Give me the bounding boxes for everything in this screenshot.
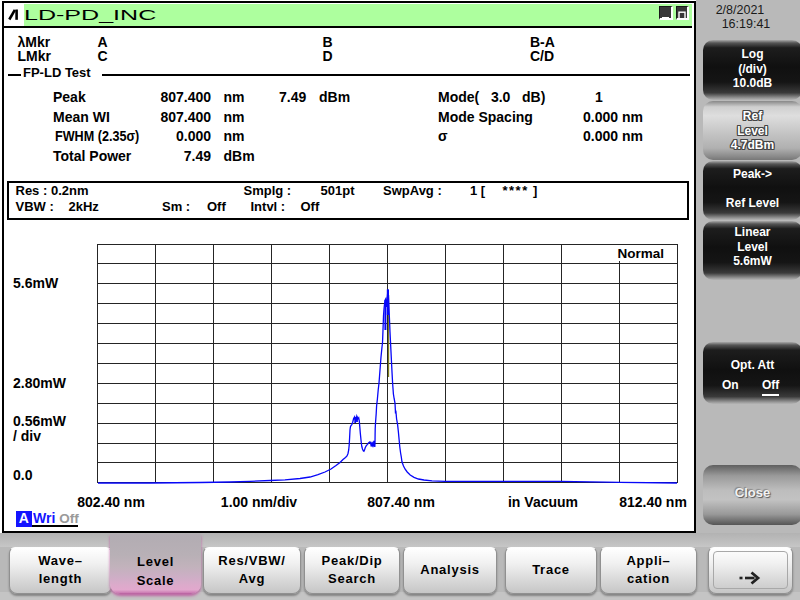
- svg-text:Normal: Normal: [618, 246, 665, 261]
